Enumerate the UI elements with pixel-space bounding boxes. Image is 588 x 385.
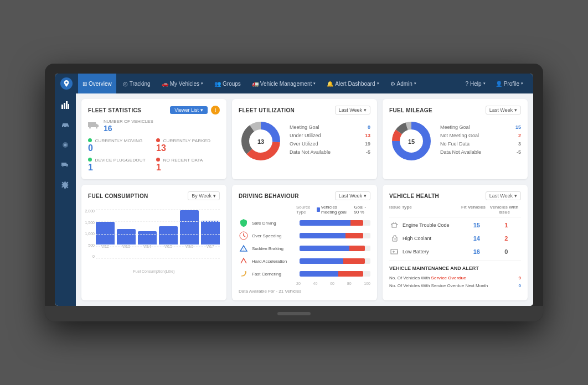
safe-red [350,220,363,226]
sudden-braking-icon: ! [239,243,249,253]
maint-service-overdue: No. Of Vehicles With Service Overdue 9 [389,275,521,280]
fleet-util-title: FLEET UTILIZATION [239,107,295,113]
corner-red [338,271,363,277]
maintenance-title: VEHICLE MAINTENANCE AND ALERT [389,266,521,271]
sudden-braking-track [300,246,370,251]
fleet-statistics-card: FLEET STATISTICS Viewer List ▾ ! [81,99,226,179]
chevron-help: ▾ [483,81,486,86]
blue-legend-dot [317,207,320,212]
engine-icon [389,221,400,230]
nav-label-admin: Admin [397,81,412,87]
safe-driving-icon [239,218,249,228]
fuel-mileage-dropdown[interactable]: Last Week ▾ [486,106,521,115]
truck-stat-icon [88,121,100,131]
sidebar-icon-settings[interactable] [59,139,71,151]
nav-logo [60,77,73,90]
driving-row-cornering: Fast Cornering [239,269,370,279]
nav-label-help: Help [470,81,482,87]
nav-label-veh-mgmt: Vehicle Management [260,81,312,87]
hbar-x-labels: 20 40 60 80 100 [239,282,370,285]
nav-label-overview: Overview [89,81,112,87]
fleet-stats-header: FLEET STATISTICS Viewer List ▾ ! [88,106,220,115]
users-icon: 👥 [214,81,221,87]
fleet-util-dropdown[interactable]: Last Week ▾ [335,106,370,115]
fuel-mileage-legend: Meeting Goal 15 Not Meeting Goal 2 No Fu… [440,124,521,158]
fuel-consumption-dropdown[interactable]: By Week ▾ [188,191,220,200]
car-icon: 🚗 [162,81,168,87]
hard-acceleration-track [300,258,370,264]
chevron-fuel: ▾ [514,107,517,113]
fleet-utilization-card: FLEET UTILIZATION Last Week ▾ [232,99,377,179]
corner-blue [300,271,338,277]
fm-legend-meeting: Meeting Goal 15 [440,124,521,130]
parked-value: 13 [156,143,220,153]
nav-label-vehicles: My Vehicles [170,81,199,87]
svg-rect-3 [68,104,69,109]
currently-moving-stat: CURRENTLY MOVING 0 [88,138,152,153]
driving-row-braking: ! Sudden Braking [239,243,370,253]
fm-legend-data-na: Data Not Available -5 [440,149,521,155]
svg-rect-2 [66,101,68,109]
nav-label-tracking: Tracking [130,81,151,87]
moving-value: 0 [88,143,152,153]
svg-point-4 [64,144,67,147]
laptop-notch [277,312,311,315]
svg-rect-19 [392,223,396,227]
accel-blue [300,258,343,264]
fleet-util-donut-area: 13 Meeting Goal 0 Under Utilized 13 [239,119,370,163]
health-row-battery: Low Battery 16 0 [389,247,521,256]
sidebar-icon-gear[interactable] [59,179,71,191]
y-axis: 2,000 1,500 1,000 500 0 [88,209,95,258]
driving-dropdown[interactable]: Last Week ▾ [335,191,370,200]
fuel-consumption-card: FUEL CONSUMPTION By Week ▾ 2,000 1,500 1… [81,185,226,300]
nav-item-groups[interactable]: 👥 Groups [210,74,245,93]
viewer-list-button[interactable]: Viewer List ▾ [170,106,208,114]
speed-blue [300,233,345,238]
app-body: FLEET STATISTICS Viewer List ▾ ! [55,93,533,306]
brake-blue [300,246,349,251]
no-recent-dot [156,158,160,162]
sidebar-icon-car[interactable] [59,119,71,131]
nav-item-help[interactable]: ? Help ▾ [461,74,490,93]
nav-item-vehicle-mgmt[interactable]: 🚛 Vehicle Management ▾ [247,74,320,93]
maint-service-next-month: No. Of Vehicles With Service Overdue Nex… [389,283,521,288]
legend-data-na: Data Not Available -5 [290,149,370,155]
nav-item-tracking[interactable]: ◎ Tracking [118,74,155,93]
health-title: VEHICLE HEALTH [389,193,439,199]
over-speeding-track [300,233,370,238]
fleet-util-header: FLEET UTILIZATION Last Week ▾ [239,106,370,115]
fleet-stats-title: FLEET STATISTICS [88,107,141,113]
maintenance-section: VEHICLE MAINTENANCE AND ALERT No. Of Veh… [389,261,521,288]
health-dropdown[interactable]: Last Week ▾ [486,191,521,200]
nav-item-admin[interactable]: ⚙ Admin ▾ [386,74,421,93]
nav-item-my-vehicles[interactable]: 🚗 My Vehicles ▾ [157,74,208,93]
nav-item-alerts[interactable]: 🔔 Alert Dashboard ▾ [322,74,383,93]
nav-item-profile[interactable]: 👤 Profile ▾ [491,74,528,93]
num-vehicles-value: 16 [104,124,153,133]
pluggedout-label: DEVICE PLUGGEDOUT [88,158,152,163]
hard-acceleration-icon [239,256,249,266]
accel-red [343,258,364,264]
y-axis-title: Fuel Consumption(Litre) [88,269,220,273]
service-overdue-count: 9 [519,275,521,280]
grid-lines [96,209,220,258]
sidebar-icon-chart[interactable] [59,99,71,111]
nav-label-profile: Profile [504,81,519,87]
driving-behaviour-card: DRIVING BEHAVIOUR Last Week ▾ Source Typ… [232,185,377,300]
fuel-mileage-title: FUEL MILEAGE [389,107,432,113]
service-overdue-link[interactable]: Service Overdue [431,275,466,280]
over-speeding-icon [239,231,249,241]
chevron-driving: ▾ [364,193,367,199]
laptop-frame: ⊞ Overview ◎ Tracking 🚗 My Vehicles ▾ 👥 … [45,64,543,321]
location-icon: ◎ [123,81,128,87]
grid-icon: ⊞ [82,81,87,87]
nav-item-overview[interactable]: ⊞ Overview [78,74,116,93]
driving-row-speeding: Over Speeding [239,231,370,241]
gear-icon: ⚙ [390,81,395,87]
sidebar-icon-truck[interactable] [59,159,71,171]
driving-title: DRIVING BEHAVIOUR [239,193,299,199]
legend-meeting-goal: Meeting Goal 0 [290,124,370,130]
fast-cornering-track [300,271,370,277]
no-recent-label: NO RECENT DATA [156,158,220,163]
main-content: FLEET STATISTICS Viewer List ▾ ! [76,93,533,306]
